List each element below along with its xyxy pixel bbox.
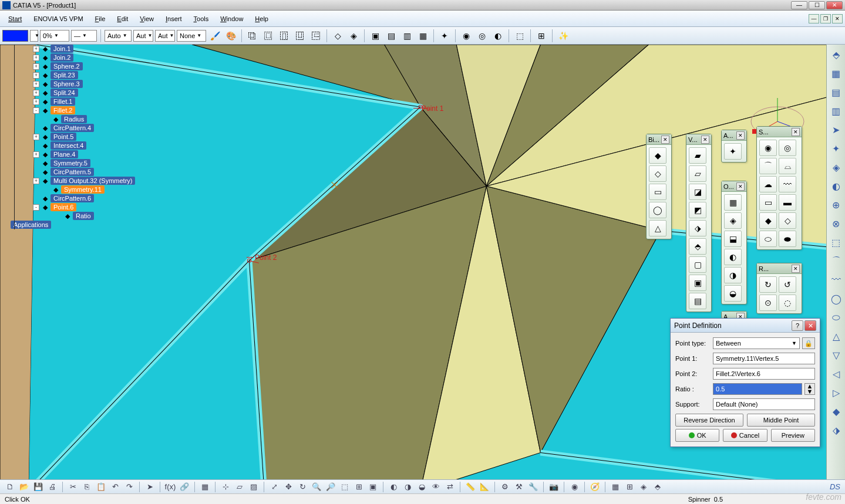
menu-tools[interactable]: Tools	[188, 13, 215, 25]
tool-misc-icon[interactable]: ✨	[556, 29, 570, 43]
reverse-direction-button[interactable]: Reverse Direction	[675, 414, 743, 427]
weld3-icon[interactable]: 🔧	[527, 481, 540, 493]
camera-icon[interactable]: 📷	[547, 481, 560, 493]
tool-icon[interactable]: △	[829, 329, 844, 344]
tree-item-label[interactable]: CircPattern.4	[51, 124, 94, 132]
compass-icon[interactable]: 🧭	[588, 481, 601, 493]
tree-item-label[interactable]: Fillet.2	[51, 106, 75, 114]
tree-item-label[interactable]: Point.5	[51, 133, 76, 141]
menu-insert[interactable]: Insert	[160, 13, 188, 25]
tree-item-label[interactable]: Sphere.3	[51, 80, 83, 88]
tree-item-label[interactable]: Join.1	[51, 45, 73, 53]
ds-logo-icon[interactable]: DS	[829, 481, 841, 493]
tree-item-label[interactable]: Point.6	[51, 203, 76, 211]
auto3-dropdown[interactable]: Aut▼	[155, 30, 175, 42]
cancel-button[interactable]: Cancel	[723, 429, 767, 442]
palette-btn[interactable]: ▣	[689, 275, 706, 291]
tree-node[interactable]: +◆Join.1	[33, 45, 144, 53]
tool-icon[interactable]: ⬚	[829, 235, 844, 250]
palette-btn[interactable]: ▭	[759, 194, 777, 211]
palette-o[interactable]: O...✕ ▦ ◈ ⬓ ◐ ◑ ◒	[721, 181, 747, 305]
fit-icon[interactable]: ⤢	[268, 481, 281, 493]
paste-icon[interactable]: 📋	[95, 481, 107, 493]
palette-btn[interactable]: ☁	[759, 176, 777, 192]
palette-btn[interactable]: ◇	[779, 212, 796, 229]
preview-button[interactable]: Preview	[771, 429, 815, 442]
tree-expand-icon[interactable]: +	[33, 72, 39, 79]
material-icon[interactable]: ◉	[568, 481, 581, 493]
palette-btn[interactable]: △	[649, 220, 666, 236]
tree-node[interactable]: ◆Symmetry.5	[33, 159, 144, 167]
assembly2-icon[interactable]: ⿴	[261, 29, 275, 43]
tool-icon[interactable]: ▥	[829, 103, 844, 119]
tool-icon[interactable]: ◐	[829, 178, 844, 194]
color-dropdown[interactable]: ▼	[30, 30, 38, 42]
weld2-icon[interactable]: ⚒	[513, 481, 526, 493]
tree-node[interactable]: ◆CircPattern.5	[33, 168, 144, 176]
tree-item-label[interactable]: Intersect.4	[51, 141, 86, 150]
tree-expand-icon[interactable]: +	[33, 151, 39, 158]
tree-node[interactable]: +◆Fillet.1	[33, 97, 144, 106]
ratio-spinner[interactable]: ▲▼	[804, 383, 815, 395]
support-input[interactable]: Default (None)	[713, 398, 815, 410]
tree-node[interactable]: ◆Ratio	[55, 212, 144, 220]
palette-r[interactable]: R...✕ ↻↺ ⊙◌	[756, 263, 802, 314]
menu-help[interactable]: Help	[249, 13, 274, 25]
palette-btn[interactable]: ◯	[649, 202, 666, 218]
palette-btn[interactable]: ◈	[724, 212, 742, 229]
palette-a-close-icon[interactable]: ✕	[736, 131, 745, 140]
print-icon[interactable]: 🖨	[46, 481, 59, 493]
assembly3-icon[interactable]: ⿵	[277, 29, 291, 43]
redo-icon[interactable]: ↷	[123, 481, 136, 493]
ratio-input[interactable]: 0.5	[713, 383, 802, 395]
axis-icon[interactable]: ⊹	[219, 481, 232, 493]
tree-node[interactable]: +◆Multi Output.32 (Symmetry)	[33, 177, 144, 185]
part1-icon[interactable]: ▣	[368, 29, 382, 43]
dialog-close-button[interactable]: ✕	[804, 320, 816, 331]
zoom-in-icon[interactable]: 🔍	[310, 481, 323, 493]
palette-v[interactable]: V...✕ ▰ ▱ ◪ ◩ ⬗ ⬘ ▢ ▣ ▤	[686, 134, 712, 312]
palette-btn[interactable]: ▤	[689, 293, 706, 309]
menu-file[interactable]: File	[89, 13, 112, 25]
doc-minimize-button[interactable]: —	[809, 14, 819, 23]
tree-item-label[interactable]: Sphere.2	[51, 62, 83, 70]
point-type-lock-icon[interactable]: 🔒	[802, 337, 815, 349]
palette-btn[interactable]: 〰	[779, 176, 796, 192]
explode-icon[interactable]: ✦	[437, 29, 452, 43]
select-icon[interactable]: ➤	[143, 481, 156, 493]
tree-node[interactable]: +◆Sphere.2	[33, 62, 144, 70]
point-definition-dialog[interactable]: Point Definition ? ✕ Point type: Between…	[670, 318, 820, 447]
opacity-dropdown[interactable]: 0%▼	[40, 30, 69, 42]
palette-r-close-icon[interactable]: ✕	[792, 265, 800, 273]
palette-btn[interactable]: ◪	[689, 184, 706, 200]
tree-node[interactable]: ◆CircPattern.4	[33, 124, 144, 132]
tree-item-label[interactable]: Split.24	[51, 89, 78, 97]
palette-btn[interactable]: ▭	[649, 184, 666, 200]
normal-view-icon[interactable]: ⬚	[338, 481, 351, 493]
shading1-icon[interactable]: ◐	[387, 481, 400, 493]
tool-icon[interactable]: ✦	[829, 141, 844, 156]
measure1-icon[interactable]: 📏	[464, 481, 477, 493]
workbench-icon[interactable]: ⬘	[829, 47, 844, 62]
undo-icon[interactable]: ↶	[109, 481, 122, 493]
middle-point-button[interactable]: Middle Point	[747, 414, 815, 427]
palette-btn[interactable]: ▦	[724, 194, 742, 211]
tree-expand-icon[interactable]: -	[33, 204, 39, 211]
palette-btn[interactable]: ▢	[689, 256, 706, 273]
weld1-icon[interactable]: ⚙	[499, 481, 511, 493]
tree-node[interactable]: +◆Split.23	[33, 71, 144, 79]
dialog-titlebar[interactable]: Point Definition ? ✕	[671, 319, 820, 333]
palette-btn[interactable]: ⬘	[689, 238, 706, 255]
palette-bi[interactable]: Bi...✕ ◆ ◇ ▭ ◯ △	[646, 134, 672, 239]
dialog-help-button[interactable]: ?	[792, 320, 803, 331]
tree-node[interactable]: ◆Intersect.4	[33, 141, 144, 150]
brush-icon[interactable]: 🖌️	[208, 29, 222, 43]
part3-icon[interactable]: ▥	[400, 29, 414, 43]
open-icon[interactable]: 📂	[18, 481, 31, 493]
auto1-dropdown[interactable]: Auto▼	[105, 30, 132, 42]
tree-node[interactable]: -◆Fillet.2	[33, 106, 144, 114]
tree-expand-icon[interactable]: +	[33, 63, 39, 70]
analyze2-icon[interactable]: ⬘	[651, 481, 664, 493]
cube-icon[interactable]: ▨	[247, 481, 260, 493]
palette-btn[interactable]: ▰	[689, 147, 706, 164]
